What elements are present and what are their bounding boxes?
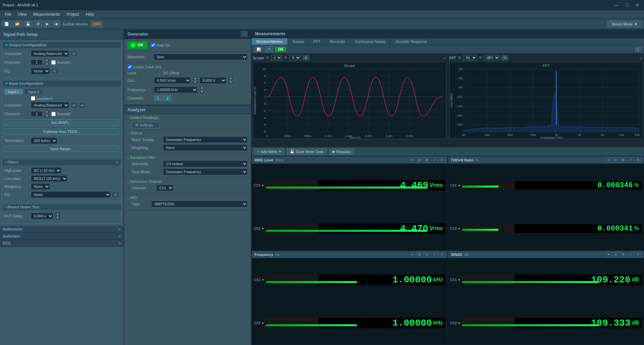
dut-delay-up[interactable]: ▲ (55, 212, 61, 216)
tab-continuous-sweep[interactable]: Continuous Sweep (350, 38, 391, 45)
monitor-icon-btn[interactable]: 📊 (254, 47, 263, 52)
thdn-dropdown[interactable]: ▾ (606, 157, 611, 162)
input1-tab[interactable]: Input 1 (4, 89, 23, 95)
menu-view[interactable]: View (14, 11, 30, 17)
monitor-wave-btn[interactable]: 〜 (265, 46, 273, 52)
sinad-settings[interactable]: ⊟ (612, 252, 619, 257)
rms-dropdown[interactable]: ▾ (410, 157, 415, 162)
dcx-expand[interactable]: ↗ (118, 242, 121, 245)
close-button[interactable]: ✕ (633, 2, 641, 8)
imd-type-select[interactable]: SMPTE/DIN (151, 201, 248, 207)
prev-button[interactable]: ◀ (52, 21, 60, 27)
freq-gear[interactable]: ⚙ (424, 252, 430, 257)
freq-up[interactable]: ▲ (199, 86, 205, 90)
thdn-expand[interactable]: ⤢ (628, 157, 634, 162)
thdn-ch2-arrow[interactable]: ▾ (458, 227, 460, 230)
maximize-button[interactable]: □ (624, 2, 631, 8)
highpass-select[interactable]: AC (<10 Hz) (31, 167, 61, 174)
scope-expand-button[interactable]: ⤢ (443, 56, 446, 60)
tab-acoustic-response[interactable]: Acoustic Response (391, 38, 432, 45)
settings-toolbar-button[interactable]: ⚙ (34, 21, 42, 27)
dcx-section[interactable]: DCX ↗ (0, 240, 123, 247)
add-meter-button[interactable]: + Add Meter ▾ (254, 148, 284, 155)
freq-expand[interactable]: ⤢ (431, 252, 437, 257)
menu-file[interactable]: File (1, 11, 14, 17)
tune-mode-select[interactable]: Generator Frequency (163, 168, 248, 175)
filters-expand[interactable]: ≡ (116, 160, 118, 164)
fft-gear-button[interactable]: ⚙ (502, 55, 508, 60)
menu-project[interactable]: Project (63, 11, 83, 17)
output-eq-gear[interactable]: ⚙ (51, 68, 58, 74)
ch1-level-down[interactable]: ▼ (192, 80, 198, 84)
weighting-select[interactable]: None (31, 183, 50, 190)
channels-up[interactable]: ▲ (44, 58, 50, 62)
references-expand[interactable]: ↗ (118, 227, 121, 231)
levels-track-checkbox[interactable] (127, 65, 132, 69)
sinad-ch2-arrow[interactable]: ▾ (458, 321, 460, 325)
rms-gear[interactable]: ⚙ (424, 157, 430, 162)
bench-mode-button[interactable]: Bench Mode ▼ (607, 21, 642, 27)
ch2-button[interactable]: 2 (163, 95, 171, 101)
save-meter-button[interactable]: 💾 Save Meter Data (287, 148, 327, 155)
input-channels-down[interactable]: ▼ (44, 114, 50, 118)
monitor-collapse[interactable]: ⟩ (635, 47, 641, 52)
freq-down[interactable]: ▼ (199, 90, 205, 94)
generator-expand[interactable]: ↔ (241, 31, 248, 37)
ch1-button[interactable]: 1 (154, 95, 162, 101)
input-channels-input[interactable] (31, 111, 43, 117)
lowpass-select[interactable]: AES17 (20 kHz) (31, 175, 67, 182)
input2-tab[interactable]: Input 2 (24, 89, 43, 95)
open-button[interactable]: 📂 (13, 21, 22, 27)
measure-button[interactable]: ▶ (44, 21, 51, 27)
fft-x-select[interactable]: Hz (463, 55, 477, 61)
thdn-close[interactable]: ✕ (635, 157, 641, 162)
monitor-on-button[interactable]: ON (275, 47, 286, 52)
thdn-settings[interactable]: ⊟ (612, 157, 619, 162)
dut-delay-down[interactable]: ▼ (55, 216, 61, 220)
output-eq-select[interactable]: None (31, 68, 50, 74)
sinad-dropdown[interactable]: ▾ (606, 252, 611, 257)
input-connector-gear2[interactable]: ⇄ (79, 102, 86, 108)
loopback-checkbox[interactable] (31, 96, 35, 100)
tab-recorder[interactable]: Recorder (325, 38, 350, 45)
input-channels-up[interactable]: ▲ (44, 110, 50, 114)
tab-fft[interactable]: FFT (309, 38, 325, 45)
switchers-expand[interactable]: ↗ (118, 234, 121, 238)
menu-measurements[interactable]: Measurements (30, 11, 63, 17)
freq-settings[interactable]: ⊟ (416, 252, 422, 257)
regulate-button[interactable]: ▶ Regulate (329, 148, 354, 155)
freq-dropdown[interactable]: ▾ (410, 252, 415, 257)
scope-x-select[interactable]: s (271, 55, 282, 61)
off-button[interactable]: OFF (91, 21, 103, 27)
acoustic-checkbox[interactable] (51, 60, 56, 65)
freq-ch2-arrow[interactable]: ▾ (262, 321, 264, 325)
freq-ch1-arrow[interactable]: ▾ (262, 278, 264, 282)
menu-help[interactable]: Help (83, 11, 98, 17)
settled-settings-button[interactable]: ⚙ Settings... (131, 122, 160, 128)
sinad-ch1-arrow[interactable]: ▾ (458, 278, 460, 282)
input-connector-gear[interactable]: ⚙ (70, 102, 77, 108)
dc-offset-down[interactable]: ▼ (228, 80, 234, 84)
save-button[interactable]: 💾 (23, 21, 33, 27)
rms-close[interactable]: ✕ (439, 157, 445, 162)
sinad-expand[interactable]: ⤢ (628, 252, 634, 257)
termination-select[interactable]: 200 kohm (31, 137, 57, 144)
new-button[interactable]: 📄 (2, 21, 11, 27)
tab-sweep[interactable]: Sweep (288, 38, 309, 45)
dut-delay-select[interactable]: 0.000 s (31, 213, 53, 219)
rms-settings[interactable]: ⊟ (416, 157, 422, 162)
rms-ch2-arrow[interactable]: ▾ (262, 227, 264, 230)
thdn-ch1-arrow[interactable]: ▾ (458, 184, 460, 187)
rms-ch1-arrow[interactable]: ▾ (262, 184, 264, 187)
input-range-button[interactable]: Input Range... (4, 145, 119, 152)
notch-select[interactable]: Generator Frequency (163, 136, 248, 143)
fft-expand-button[interactable]: ⤢ (639, 56, 643, 60)
input-acoustic-checkbox[interactable] (51, 112, 56, 116)
output-connector-select[interactable]: Analog Balanced (31, 50, 69, 57)
frequency-select[interactable]: 1.00000 kHz (154, 86, 198, 93)
ch1-level-up[interactable]: ▲ (192, 76, 198, 80)
sinad-gear[interactable]: ⚙ (620, 252, 626, 257)
generator-on-button[interactable]: ON (127, 42, 147, 49)
input-connector-select[interactable]: Analog Balanced (31, 102, 69, 109)
channels-down[interactable]: ▼ (44, 62, 50, 66)
